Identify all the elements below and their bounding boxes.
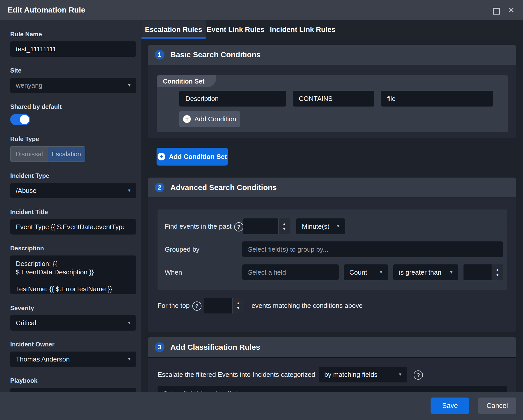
advanced-section-header: 2 Advanced Search Conditions: [148, 178, 516, 197]
time-unit-select[interactable]: Minute(s) ▼: [296, 218, 345, 234]
add-classification-rules-section: 3 Add Classification Rules Escalate the …: [148, 337, 516, 392]
basic-search-conditions-section: 1 Basic Search Conditions Condition Set …: [148, 45, 516, 138]
classify-fields-placeholder: Select field(s) to classify by...: [163, 386, 495, 392]
caret-down-icon: ▼: [336, 218, 340, 234]
site-label: Site: [10, 67, 141, 74]
rule-type-option-dismissal[interactable]: Dismissal: [11, 147, 48, 161]
incident-title-input[interactable]: Event Type {{ $.EventData.eventType }: [10, 219, 136, 235]
aggregation-select[interactable]: Count ▼: [344, 264, 388, 280]
grouped-by-input[interactable]: Select field(s) to group by...: [242, 241, 503, 257]
plus-circle-icon: +: [183, 115, 191, 123]
step-3-badge: 3: [155, 342, 164, 352]
condition-operator-value: CONTAINS: [293, 91, 374, 107]
threshold-stepper[interactable]: ▲ ▼: [463, 264, 503, 280]
for-the-top-label: For the top?: [158, 298, 201, 313]
top-count-stepper[interactable]: ▲ ▼: [204, 298, 244, 313]
add-condition-button[interactable]: + Add Condition: [179, 111, 240, 127]
find-events-stepper[interactable]: ▲ ▼: [243, 218, 290, 234]
shared-by-default-toggle[interactable]: [10, 114, 30, 125]
caret-down-icon: ▼: [379, 264, 383, 280]
caret-down-icon: ▼: [449, 264, 453, 280]
edit-automation-rule-dialog: Edit Automation Rule ✕ Rule Name test_11…: [0, 0, 523, 420]
spinner-up-icon: ▲: [496, 268, 499, 272]
dialog-footer: Save Cancel: [0, 392, 523, 420]
rule-settings-sidebar: Rule Name test_11111111 Site wenyang ▼ S…: [0, 20, 141, 392]
playbook-value: A001: [16, 388, 124, 392]
site-select[interactable]: wenyang ▼: [10, 78, 136, 93]
condition-set-box: Condition Set Description CONTAINS file …: [157, 75, 508, 132]
rule-name-value: test_11111111: [16, 41, 124, 57]
save-button[interactable]: Save: [431, 398, 469, 414]
rule-name-input[interactable]: test_11111111: [10, 41, 136, 57]
categorize-help: ?: [414, 367, 423, 382]
spinner-down-icon: ▼: [496, 273, 499, 277]
when-field-select[interactable]: Select a field: [242, 264, 339, 280]
spinner-up-icon: ▲: [282, 222, 286, 226]
title-bar: Edit Automation Rule ✕: [0, 0, 523, 20]
cancel-button[interactable]: Cancel: [478, 398, 516, 414]
grouped-by-placeholder: Select field(s) to group by...: [248, 241, 491, 257]
add-condition-label: Add Condition: [194, 115, 236, 123]
severity-label: Severity: [10, 305, 141, 312]
grouped-by-label: Grouped by: [165, 241, 199, 257]
when-label: When: [165, 264, 182, 280]
rule-type-label: Rule Type: [10, 135, 141, 143]
condition-value-input[interactable]: file: [381, 91, 493, 107]
tab-incident-link-rules[interactable]: Incident Link Rules: [266, 20, 340, 39]
playbook-select[interactable]: A001 ▼: [10, 388, 136, 392]
tab-bar: Escalation Rules Event Link Rules Incide…: [141, 20, 523, 39]
help-icon[interactable]: ?: [414, 370, 423, 380]
rule-name-label: Rule Name: [10, 31, 141, 38]
tab-escalation-rules[interactable]: Escalation Rules: [141, 20, 206, 39]
stepper-spin-buttons[interactable]: ▲ ▼: [492, 264, 503, 280]
incident-title-label: Incident Title: [10, 208, 141, 216]
condition-set-chip-label: Condition Set: [157, 75, 216, 87]
stepper-spin-buttons[interactable]: ▲ ▼: [232, 298, 244, 313]
incident-type-value: /Abuse: [16, 183, 124, 198]
incident-type-select[interactable]: /Abuse ▼: [10, 183, 136, 198]
stepper-spin-buttons[interactable]: ▲ ▼: [278, 218, 290, 234]
help-icon[interactable]: ?: [192, 301, 201, 311]
condition-operator-select[interactable]: CONTAINS: [293, 91, 374, 107]
playbook-label: Playbook: [10, 377, 141, 384]
time-unit-value: Minute(s): [302, 218, 334, 234]
step-1-badge: 1: [155, 50, 164, 60]
incident-title-value: Event Type {{ $.EventData.eventType }: [16, 219, 124, 235]
incident-owner-select[interactable]: Thomas Anderson ▼: [10, 352, 136, 367]
comparison-operator-select[interactable]: is greater than ▼: [393, 264, 458, 280]
advanced-section-title: Advanced Search Conditions: [170, 178, 277, 197]
description-textarea[interactable]: Description: {{ $.EventData.Description …: [10, 255, 136, 294]
maximize-icon[interactable]: [493, 8, 500, 15]
basic-section-title: Basic Search Conditions: [170, 45, 260, 65]
help-icon[interactable]: ?: [234, 222, 243, 231]
caret-down-icon: ▼: [127, 78, 131, 93]
basic-section-header: 1 Basic Search Conditions: [148, 45, 516, 65]
add-condition-set-button[interactable]: + Add Condition Set: [157, 148, 228, 166]
find-events-value: [243, 218, 278, 234]
condition-set-chip: Condition Set: [157, 75, 216, 87]
tab-event-link-rules[interactable]: Event Link Rules: [206, 20, 266, 39]
site-value: wenyang: [16, 78, 124, 93]
when-field-placeholder: Select a field: [248, 264, 327, 280]
escalate-categorized-row: Escalate the filtered Events into Incide…: [148, 367, 516, 382]
advanced-criteria-panel: Find events in the past? ▲ ▼ Minute(s) ▼: [158, 209, 507, 290]
advanced-section-body: Find events in the past? ▲ ▼ Minute(s) ▼: [148, 198, 516, 332]
close-icon[interactable]: ✕: [507, 6, 516, 15]
condition-value-text: file: [381, 91, 493, 107]
spinner-down-icon: ▼: [282, 227, 286, 231]
caret-down-icon: ▼: [398, 367, 402, 382]
severity-select[interactable]: Critical ▼: [10, 315, 136, 331]
rule-type-option-escalation[interactable]: Escalation: [48, 147, 85, 161]
threshold-value: [463, 264, 492, 280]
grouped-by-row: Grouped by Select field(s) to group by..…: [158, 241, 507, 257]
caret-down-icon: ▼: [127, 183, 131, 198]
caret-down-icon: ▼: [127, 352, 131, 367]
categorize-mode-select[interactable]: by matching fields ▼: [319, 367, 407, 382]
escalate-label: Escalate the filtered Events into Incide…: [158, 367, 315, 382]
condition-field-value: Description: [179, 91, 286, 107]
spinner-up-icon: ▲: [236, 301, 240, 305]
classify-fields-input[interactable]: Select field(s) to classify by...: [158, 386, 507, 392]
spinner-down-icon: ▼: [236, 306, 240, 310]
condition-field-select[interactable]: Description: [179, 91, 286, 107]
classification-section-title: Add Classification Rules: [170, 337, 260, 357]
